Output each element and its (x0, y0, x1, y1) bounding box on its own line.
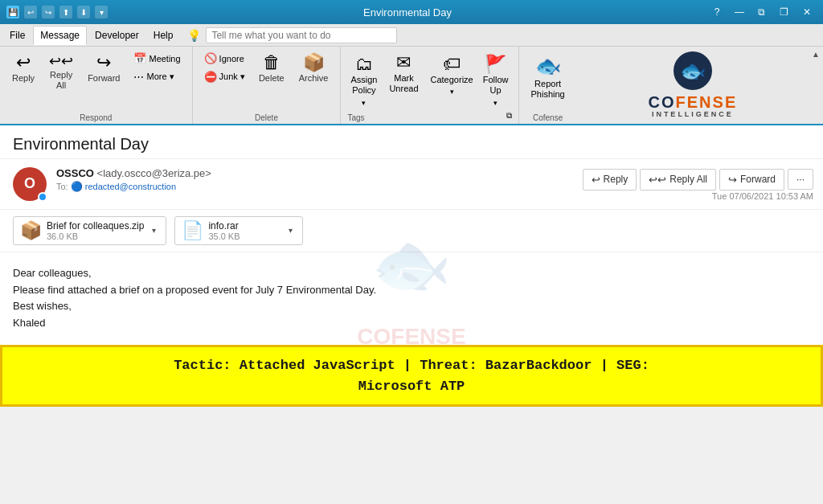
follow-up-label: FollowUp (483, 75, 509, 96)
email-reply-label: Reply (604, 174, 629, 185)
body-line-1: Dear colleagues, (13, 265, 810, 282)
email-more-label: ··· (796, 174, 805, 185)
attachment-rar[interactable]: 📄 info.rar 35.0 KB ▾ (174, 216, 303, 245)
mark-unread-button[interactable]: ✉ MarkUnread (383, 50, 424, 98)
close-button[interactable]: ✕ (797, 5, 817, 19)
follow-up-button[interactable]: 🚩 FollowUp (480, 50, 512, 97)
categorize-arrow[interactable]: ▾ (428, 86, 477, 97)
lightbulb-icon: 💡 (187, 29, 201, 42)
attachment-zip-name: Brief for colleaques.zip (47, 220, 144, 232)
assign-policy-icon: 🗂 (355, 54, 373, 75)
ignore-icon: 🚫 (204, 52, 217, 64)
delete-label: Delete (259, 73, 285, 84)
meeting-button[interactable]: 📅 Meeting (129, 50, 185, 67)
attachment-zip-arrow[interactable]: ▾ (149, 224, 159, 236)
down-icon[interactable]: ⬇ (77, 6, 90, 18)
help-button[interactable]: ? (707, 5, 727, 19)
more-button[interactable]: ⋯ More ▾ (129, 68, 185, 85)
avatar-letter: O (24, 175, 35, 192)
ribbon-collapse-button[interactable]: ▲ (809, 47, 823, 124)
cofense-fish-logo: 🐟 (680, 59, 706, 84)
email-reply-all-icon: ↩↩ (649, 174, 666, 186)
assign-policy-label: AssignPolicy (350, 75, 377, 96)
menu-help[interactable]: Help (147, 27, 180, 44)
customize-icon[interactable]: ▾ (95, 6, 108, 18)
email-forward-button[interactable]: ↪ Forward (719, 169, 784, 191)
from-email: <lady.oscco@3eriza.pe> (97, 167, 211, 179)
email-reply-button[interactable]: ↩ Reply (583, 169, 637, 191)
email-action-buttons: ↩ Reply ↩↩ Reply All ↪ Forward ··· (583, 169, 813, 191)
archive-button[interactable]: 📦 Archive (293, 50, 334, 88)
assign-policy-button[interactable]: 🗂 AssignPolicy (347, 50, 380, 97)
junk-button[interactable]: ⛔ Junk ▾ (199, 68, 250, 85)
more-icon: ⋯ (133, 71, 144, 83)
rar-icon: 📄 (182, 220, 203, 241)
attachment-rar-size: 35.0 KB (208, 232, 280, 241)
menu-file[interactable]: File (3, 27, 31, 44)
email-forward-icon: ↪ (728, 174, 737, 186)
junk-label: Junk ▾ (219, 72, 245, 82)
reply-all-icon: ↩↩ (49, 54, 73, 68)
meeting-label: Meeting (149, 54, 180, 64)
tags-group-label: Tags (347, 113, 364, 122)
report-phishing-icon: 🐟 (535, 54, 561, 79)
cofense-group-content: 🐟 ReportPhishing (526, 50, 571, 110)
menu-developer[interactable]: Developer (88, 27, 145, 44)
reply-button[interactable]: ↩ Reply (6, 50, 40, 88)
minimize-button[interactable]: — (730, 5, 749, 19)
tell-me-search[interactable] (206, 27, 397, 43)
tags-group: 🗂 AssignPolicy ▾ ✉ MarkUnread 🏷 Categori… (341, 47, 518, 124)
reply-all-label: ReplyAll (50, 70, 72, 91)
categorize-icon: 🏷 (443, 54, 461, 75)
reply-all-button[interactable]: ↩↩ ReplyAll (43, 50, 79, 95)
maximize-button[interactable]: ❐ (775, 5, 794, 19)
tags-group-footer: Tags ⧉ (347, 110, 511, 122)
delete-icon: 🗑 (263, 54, 280, 72)
menu-bar: File Message Developer Help 💡 (0, 24, 823, 47)
restore-button[interactable]: ⧉ (752, 5, 772, 19)
menu-message[interactable]: Message (33, 26, 87, 45)
follow-up-icon: 🚩 (485, 54, 506, 75)
sender-avatar: O (13, 167, 47, 201)
delete-group-label: Delete (255, 113, 278, 122)
up-icon[interactable]: ⬆ (59, 6, 72, 18)
categorize-split: 🏷 Categorize ▾ (428, 50, 477, 97)
mark-unread-icon: ✉ (396, 54, 411, 72)
tags-expand-icon[interactable]: ⧉ (506, 111, 512, 121)
redo-icon[interactable]: ↪ (42, 6, 55, 18)
forward-icon: ↪ (96, 54, 111, 72)
attachment-rar-info: info.rar 35.0 KB (208, 220, 280, 241)
more-label: More ▾ (146, 72, 174, 82)
email-reply-all-button[interactable]: ↩↩ Reply All (640, 169, 716, 191)
archive-label: Archive (299, 73, 329, 84)
assign-policy-split: 🗂 AssignPolicy ▾ (347, 50, 380, 109)
report-phishing-button[interactable]: 🐟 ReportPhishing (526, 50, 571, 104)
undo-icon[interactable]: ↩ (24, 6, 37, 18)
categorize-button[interactable]: 🏷 Categorize (428, 50, 477, 86)
attachment-rar-arrow[interactable]: ▾ (285, 224, 296, 236)
body-line-4: Khaled (13, 315, 810, 332)
cofense-logo-area: 🐟 COFENSE INTELLIGENCE (633, 47, 754, 124)
title-bar-controls-left: 💾 ↩ ↪ ⬆ ⬇ ▾ (6, 6, 108, 18)
zip-icon: 📦 (20, 220, 42, 241)
to-label: To: (56, 182, 68, 191)
respond-group-label: Respond (80, 113, 112, 122)
mark-unread-label: MarkUnread (389, 73, 418, 94)
delete-button[interactable]: 🗑 Delete (253, 50, 290, 88)
email-forward-label: Forward (740, 174, 776, 185)
email-more-button[interactable]: ··· (788, 169, 813, 190)
ignore-label: Ignore (219, 54, 244, 64)
ignore-button[interactable]: 🚫 Ignore (199, 50, 250, 67)
cofense-group: 🐟 ReportPhishing Cofense (519, 47, 577, 124)
delete-group-content: 🚫 Ignore ⛔ Junk ▾ 🗑 Delete 📦 Archive (199, 50, 334, 110)
to-dot: 🔵 (71, 181, 83, 192)
forward-button[interactable]: ↪ Forward (82, 50, 125, 88)
attachment-zip[interactable]: 📦 Brief for colleaques.zip 36.0 KB ▾ (13, 216, 166, 245)
report-phishing-label: ReportPhishing (531, 79, 565, 100)
assign-policy-arrow[interactable]: ▾ (347, 97, 380, 109)
save-icon[interactable]: 💾 (6, 6, 19, 18)
attachment-rar-name: info.rar (208, 220, 280, 232)
threat-banner: Tactic: Attached JavaScript | Threat: Ba… (0, 345, 823, 407)
respond-small-buttons: 📅 Meeting ⋯ More ▾ (129, 50, 185, 85)
follow-up-arrow[interactable]: ▾ (480, 97, 512, 109)
